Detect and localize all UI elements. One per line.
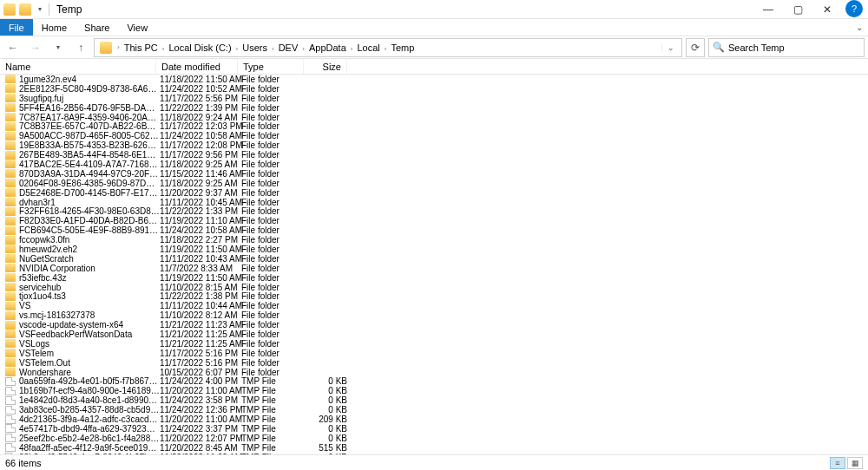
list-item[interactable]: tjox1uo4.ts311/22/2022 1:38 PMFile folde… <box>0 291 868 301</box>
breadcrumb-this-pc[interactable]: This PC <box>122 42 161 53</box>
list-item[interactable]: VSTelem11/17/2022 5:16 PMFile folder <box>0 349 868 358</box>
list-item[interactable]: 417BAC2E-5E4-4109-A7A7-7168366DF10A11/18… <box>0 160 868 169</box>
folder-icon <box>5 132 16 140</box>
item-type: File folder <box>241 131 307 140</box>
folder-icon <box>5 245 16 253</box>
list-item[interactable]: fccopwk3.0fn11/18/2022 2:27 PMFile folde… <box>0 235 868 245</box>
folder-icon <box>5 236 16 245</box>
list-item[interactable]: 7C87EA17-8A9F-4359-9406-20ABF682628A11/1… <box>0 113 868 122</box>
file-list[interactable]: 1gume32n.ev411/18/2022 11:50 AMFile fold… <box>0 75 868 454</box>
item-date: 11/15/2022 11:46 AM <box>160 169 241 179</box>
list-item[interactable]: vs.mcj-181632737811/10/2022 8:12 AMFile … <box>0 310 868 320</box>
list-item[interactable]: 4dc21365-3f9a-4a12-adfc-c3cacd9d65c3.tmp… <box>0 415 868 424</box>
list-item[interactable]: 3ab83ce0-b285-4357-88d8-cb5d9e95d5e2.tmp… <box>0 405 868 415</box>
qat-customize-icon[interactable]: ▾ <box>35 5 45 13</box>
tab-share[interactable]: Share <box>76 19 118 36</box>
chevron-right-icon[interactable]: › <box>115 43 122 51</box>
list-item[interactable]: 267BE489-3BA5-44F4-8548-6E16D0722A6211/1… <box>0 150 868 160</box>
list-item[interactable]: 02064F08-9E86-4385-96D9-87DE2496F98111/1… <box>0 179 868 188</box>
list-item[interactable]: F82D33E0-A1FD-40DA-B82D-B646BE7C175011/1… <box>0 216 868 225</box>
item-name: 870D3A9A-31DA-4944-97C9-20F9F249848B <box>19 169 160 179</box>
breadcrumb-local[interactable]: Local <box>354 42 382 53</box>
list-item[interactable]: 870D3A9A-31DA-4944-97C9-20F9F249848B11/1… <box>0 169 868 179</box>
folder-icon <box>5 339 16 348</box>
list-item[interactable]: D5E2468E-D700-4145-B0F7-E1714BC6F35011/2… <box>0 188 868 198</box>
list-item[interactable]: 7C8B37EE-657C-407D-AB22-6B1D6A65636211/1… <box>0 121 868 131</box>
address-row: ← → ▾ ↑ › This PC›Local Disk (C:)›Users›… <box>0 36 868 59</box>
breadcrumb-local-disk-c-[interactable]: Local Disk (C:) <box>166 42 233 53</box>
item-type: File folder <box>241 121 307 131</box>
list-item[interactable]: 1e4842d0-f8d3-4a40-8ce1-d8990e2b432b.tmp… <box>0 395 868 405</box>
folder-icon <box>5 358 16 367</box>
list-item[interactable]: 0aa659fa-492b-4e01-b0f5-f7b867cdc3c9.tmp… <box>0 377 868 387</box>
qat-folder-icon[interactable] <box>19 3 31 16</box>
thumbnails-view-icon[interactable]: ▦ <box>847 457 863 469</box>
list-item[interactable]: FCB694C5-505E-4E9F-88B9-89147B278B5F011/… <box>0 225 868 235</box>
list-item[interactable]: F32FF618-4265-4F30-98E0-63D87047D4B311/2… <box>0 206 868 216</box>
item-name: 0aa659fa-492b-4e01-b0f5-f7b867cdc3c9.tmp <box>19 376 160 386</box>
up-button[interactable]: ↑ <box>71 38 90 57</box>
list-item[interactable]: 4e57417b-dbd9-4ffa-a629-37923df93c54.tmp… <box>0 424 868 434</box>
list-item[interactable]: VS11/11/2022 10:44 AMFile folder <box>0 301 868 310</box>
item-name: 1b169b7f-ecf9-4a80-900e-146189417748.tmp <box>19 386 160 395</box>
refresh-button[interactable]: ⟳ <box>686 38 705 57</box>
list-item[interactable]: 5FF4EA16-2B56-4D76-9F5B-DAC33F23336411/2… <box>0 103 868 113</box>
item-size: 0 KB <box>307 395 351 405</box>
list-item[interactable]: 48faa2ff-a5ec-4f12-9a9f-5cee019b0dc6.tmp… <box>0 443 868 453</box>
list-item[interactable]: servicehub11/10/2022 8:15 AMFile folder <box>0 283 868 292</box>
list-item[interactable]: r53iefbc.43z11/19/2022 11:50 AMFile fold… <box>0 273 868 283</box>
tab-home[interactable]: Home <box>33 19 76 36</box>
item-date: 11/20/2022 11:00 AM <box>160 415 241 424</box>
item-count: 66 items <box>5 458 42 468</box>
tab-view[interactable]: View <box>118 19 156 36</box>
list-item[interactable]: VSFeedbackPerfWatsonData11/21/2022 11:25… <box>0 330 868 339</box>
list-item[interactable]: Wondershare10/15/2022 6:07 PMFile folder <box>0 368 868 377</box>
back-button[interactable]: ← <box>3 38 23 57</box>
ribbon-expand-icon[interactable]: ⌄ <box>851 19 868 36</box>
item-date: 11/17/2022 5:16 PM <box>160 358 241 368</box>
breadcrumb-dev[interactable]: DEV <box>276 42 301 53</box>
list-item[interactable]: dvhan3r111/11/2022 10:45 AMFile folder <box>0 198 868 207</box>
list-item[interactable]: vscode-update-system-x6411/21/2022 11:23… <box>0 320 868 330</box>
list-item[interactable]: 1gume32n.ev411/18/2022 11:50 AMFile fold… <box>0 75 868 84</box>
list-item[interactable]: VSTelem.Out11/17/2022 5:16 PMFile folder <box>0 358 868 368</box>
list-item[interactable]: NVIDIA Corporation11/7/2022 8:33 AMFile … <box>0 264 868 273</box>
list-item[interactable]: 3sugfipq.fuj11/17/2022 5:56 PMFile folde… <box>0 94 868 103</box>
forward-button[interactable]: → <box>26 38 45 57</box>
breadcrumb-users[interactable]: Users <box>240 42 270 53</box>
chevron-right-icon[interactable]: › <box>270 45 276 53</box>
folder-icon <box>5 122 16 131</box>
item-type: File folder <box>241 310 307 320</box>
col-date[interactable]: Date modified <box>156 59 238 74</box>
list-item[interactable]: 1b169b7f-ecf9-4a80-900e-146189417748.tmp… <box>0 386 868 395</box>
list-item[interactable]: VSLogs11/21/2022 11:25 AMFile folder <box>0 339 868 349</box>
folder-icon <box>5 302 16 310</box>
list-item[interactable]: 25eef2bc-e5b2-4e28-b6c1-f4a288cfa997.tmp… <box>0 434 868 443</box>
col-size[interactable]: Size <box>304 59 347 74</box>
search-input[interactable]: 🔍 Search Temp <box>708 38 865 57</box>
help-button[interactable]: ? <box>845 0 863 17</box>
item-name: r53iefbc.43z <box>19 273 160 283</box>
list-item[interactable]: 19E8B33A-B575-4353-B23B-6262BD7C363D11/1… <box>0 140 868 150</box>
list-item[interactable]: hmeuwd2v.eh211/19/2022 11:50 AMFile fold… <box>0 245 868 254</box>
recent-locations-icon[interactable]: ▾ <box>49 38 68 57</box>
list-item[interactable]: 9A500ACC-987D-465F-8005-C62306E65ACC11/2… <box>0 131 868 140</box>
list-item[interactable]: 2EE8123F-5C80-49D9-8738-6A6D6801D36611/2… <box>0 84 868 94</box>
close-button[interactable]: ✕ <box>812 0 842 19</box>
item-date: 11/19/2022 11:50 AM <box>160 245 241 254</box>
item-type: File folder <box>241 264 307 273</box>
breadcrumb-temp[interactable]: Temp <box>388 42 417 53</box>
maximize-button[interactable]: ▢ <box>783 0 812 19</box>
col-name[interactable]: Name <box>0 59 156 74</box>
chevron-right-icon[interactable]: › <box>300 45 306 53</box>
col-type[interactable]: Type <box>238 59 304 74</box>
tab-file[interactable]: File <box>0 19 33 36</box>
breadcrumb-appdata[interactable]: AppData <box>306 42 349 53</box>
minimize-button[interactable]: — <box>753 0 783 19</box>
details-view-icon[interactable]: ≡ <box>830 457 845 469</box>
list-item[interactable]: NuGetScratch11/11/2022 10:43 AMFile fold… <box>0 254 868 264</box>
item-type: File folder <box>241 291 307 301</box>
address-dropdown-icon[interactable]: ⌄ <box>661 43 680 52</box>
folder-icon <box>5 141 16 150</box>
address-bar[interactable]: › This PC›Local Disk (C:)›Users›DEV›AppD… <box>94 38 682 57</box>
